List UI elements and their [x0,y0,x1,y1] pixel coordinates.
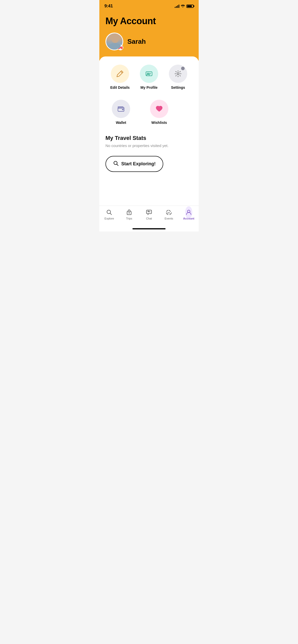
wishlists-label: Wishlists [151,121,167,125]
battery-icon [186,5,194,8]
edit-details-button[interactable]: Edit Details [109,65,131,90]
signal-icon [175,4,179,8]
trips-nav-icon [126,209,133,216]
wifi-icon [181,4,185,8]
nav-explore[interactable]: Explore [102,209,117,220]
page-title: My Account [105,16,193,26]
explore-nav-label: Explore [104,217,114,220]
wishlists-button[interactable]: Wishlists [148,100,171,125]
chat-nav-icon [145,209,153,216]
avatar-container: 🇨🇦 [105,33,123,50]
wallet-icon [117,105,125,113]
account-nav-icon [185,209,192,216]
nav-account[interactable]: Account [181,209,196,220]
nav-chat[interactable]: Chat [141,209,157,220]
settings-dot [181,67,185,70]
content-area: Edit Details My Profile [99,56,199,206]
start-exploring-label: Start Exploring! [121,161,156,167]
home-indicator-bar [99,225,199,231]
travel-stats-title: My Travel Stats [105,135,193,141]
status-bar: 9:41 [99,0,199,11]
user-row: 🇨🇦 Sarah [105,33,193,50]
travel-stats-subtitle: No countries or properties visited yet. [105,143,193,148]
bottom-nav: Explore Trips Chat [99,206,199,225]
wallet-icon-circle [112,100,130,118]
profile-card-icon [145,70,153,78]
avatar-image [106,33,123,50]
start-exploring-button[interactable]: Start Exploring! [105,156,163,172]
status-time: 9:41 [104,4,113,9]
svg-point-2 [177,73,179,75]
chat-nav-label: Chat [146,217,152,220]
heart-icon [155,105,163,113]
edit-details-icon-circle [111,65,129,83]
my-profile-button[interactable]: My Profile [138,65,160,90]
pencil-icon [116,70,124,78]
events-nav-label: Events [165,217,173,220]
wishlists-icon-circle [150,100,168,118]
svg-rect-4 [122,109,124,110]
home-indicator [132,228,166,229]
explore-nav-icon [106,209,113,216]
account-nav-label: Account [183,217,194,220]
menu-row-2: Wallet Wishlists [105,100,193,125]
my-profile-label: My Profile [141,85,158,90]
search-icon [113,160,119,167]
nav-events[interactable]: Events [161,209,177,220]
settings-button[interactable]: Settings [167,65,189,90]
settings-icon-circle [169,65,187,83]
status-icons [175,4,194,8]
events-nav-icon [165,209,172,216]
trips-nav-label: Trips [126,217,132,220]
nav-trips[interactable]: Trips [121,209,137,220]
wallet-label: Wallet [116,121,126,125]
gear-icon [174,70,182,78]
header: My Account 🇨🇦 Sarah [99,11,199,61]
settings-label: Settings [171,85,185,90]
edit-details-label: Edit Details [110,85,130,90]
wallet-button[interactable]: Wallet [110,100,132,125]
travel-stats-section: My Travel Stats No countries or properti… [105,135,193,148]
my-profile-icon-circle [140,65,158,83]
avatar [105,33,123,50]
username: Sarah [127,38,146,46]
menu-row-1: Edit Details My Profile [105,65,193,90]
